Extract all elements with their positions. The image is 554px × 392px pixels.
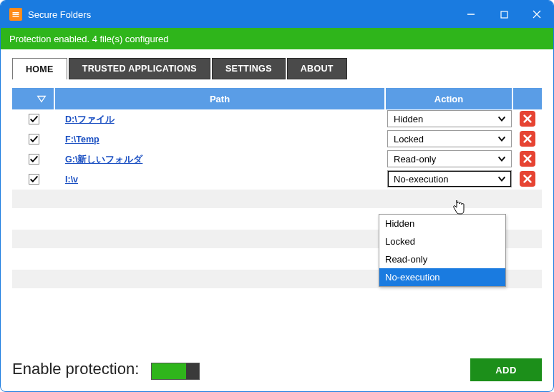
delete-button[interactable] (520, 151, 535, 167)
app-window: Secure Folders Protection enabled. 4 fil… (0, 0, 554, 392)
tab-home[interactable]: HOME (12, 58, 67, 79)
table-row: D:\ファイル Hidden (12, 109, 542, 129)
tab-label: TRUSTED APPLICATIONS (82, 64, 197, 74)
svg-marker-7 (38, 97, 46, 102)
dropdown-option[interactable]: Read-only (379, 250, 505, 268)
delete-button[interactable] (520, 171, 535, 187)
chevron-down-icon (497, 114, 507, 124)
action-select[interactable]: Hidden (387, 110, 512, 127)
tab-trusted-applications[interactable]: TRUSTED APPLICATIONS (69, 58, 210, 79)
x-icon (523, 174, 533, 184)
svg-rect-4 (501, 11, 507, 18)
app-icon (9, 8, 22, 21)
path-link[interactable]: D:\ファイル (65, 114, 115, 124)
select-value: No-execution (394, 174, 449, 185)
empty-row (12, 190, 542, 210)
window-title: Secure Folders (28, 9, 91, 20)
action-dropdown: Hidden Locked Read-only No-execution (379, 214, 506, 287)
action-select[interactable]: Read-only (387, 150, 512, 167)
x-icon (523, 154, 533, 164)
select-value: Hidden (394, 114, 423, 124)
check-icon (29, 155, 39, 164)
chevron-down-icon (497, 154, 507, 164)
action-select[interactable]: No-execution (387, 170, 512, 187)
chevron-down-icon (497, 174, 507, 184)
minimize-button[interactable] (455, 1, 487, 28)
table-row: F:\Temp Locked (12, 129, 542, 150)
check-icon (29, 114, 39, 124)
close-icon (533, 10, 541, 19)
maximize-icon (500, 11, 508, 19)
dropdown-option[interactable]: Hidden (379, 215, 505, 232)
delete-button[interactable] (520, 131, 535, 147)
column-header-action[interactable]: Action (386, 88, 513, 109)
row-checkbox[interactable] (29, 154, 39, 165)
table-row: I:\v No-execution (12, 170, 542, 190)
grid-header: Path Action (12, 88, 542, 109)
button-label: ADD (495, 365, 517, 376)
check-icon (29, 134, 39, 144)
svg-rect-0 (13, 12, 19, 14)
row-checkbox[interactable] (29, 114, 39, 124)
tab-bar: HOME TRUSTED APPLICATIONS SETTINGS ABOUT (12, 58, 542, 79)
titlebar[interactable]: Secure Folders (1, 1, 553, 28)
select-value: Locked (394, 134, 424, 144)
minimize-icon (467, 10, 475, 19)
path-link[interactable]: I:\v (65, 175, 78, 185)
column-label: Action (434, 94, 463, 104)
tab-about[interactable]: ABOUT (287, 58, 347, 79)
chevron-down-icon (497, 134, 507, 144)
table-row: G:\新しいフォルダ Read-only (12, 150, 542, 170)
svg-rect-2 (13, 16, 19, 17)
path-link[interactable]: F:\Temp (65, 134, 99, 144)
check-icon (29, 175, 39, 184)
status-bar: Protection enabled. 4 file(s) configured (1, 28, 553, 49)
dropdown-option[interactable]: No-execution (379, 268, 505, 286)
dropdown-option[interactable]: Locked (379, 232, 505, 250)
enable-protection-group: Enable protection: (12, 360, 200, 380)
folder-grid: Path Action D:\ファイル Hidden F:\Temp Locke… (12, 88, 542, 290)
x-icon (523, 114, 533, 124)
maximize-button[interactable] (487, 1, 520, 28)
bottom-bar: Enable protection: ADD (12, 358, 542, 381)
toggle-knob (186, 363, 199, 379)
action-select[interactable]: Locked (387, 130, 512, 147)
path-link[interactable]: G:\新しいフォルダ (65, 155, 142, 165)
window-controls (455, 1, 553, 28)
svg-rect-1 (13, 14, 19, 16)
column-label: Path (210, 94, 230, 104)
sort-desc-icon (37, 94, 47, 104)
select-value: Read-only (394, 154, 436, 165)
row-checkbox[interactable] (29, 134, 39, 144)
content-area: HOME TRUSTED APPLICATIONS SETTINGS ABOUT… (1, 49, 553, 391)
status-text: Protection enabled. 4 file(s) configured (9, 34, 169, 44)
tab-settings[interactable]: SETTINGS (212, 58, 286, 79)
enable-protection-toggle[interactable] (151, 363, 200, 380)
add-button[interactable]: ADD (470, 358, 542, 381)
tab-label: HOME (26, 64, 54, 74)
row-checkbox[interactable] (29, 174, 39, 185)
x-icon (523, 134, 533, 144)
close-button[interactable] (520, 1, 553, 28)
tab-label: SETTINGS (225, 64, 272, 74)
column-header-path[interactable]: Path (55, 88, 386, 109)
column-header-delete (513, 88, 542, 109)
delete-button[interactable] (520, 111, 535, 127)
column-header-checkbox[interactable] (12, 88, 55, 109)
enable-protection-label: Enable protection: (12, 360, 139, 378)
tab-label: ABOUT (301, 64, 334, 74)
